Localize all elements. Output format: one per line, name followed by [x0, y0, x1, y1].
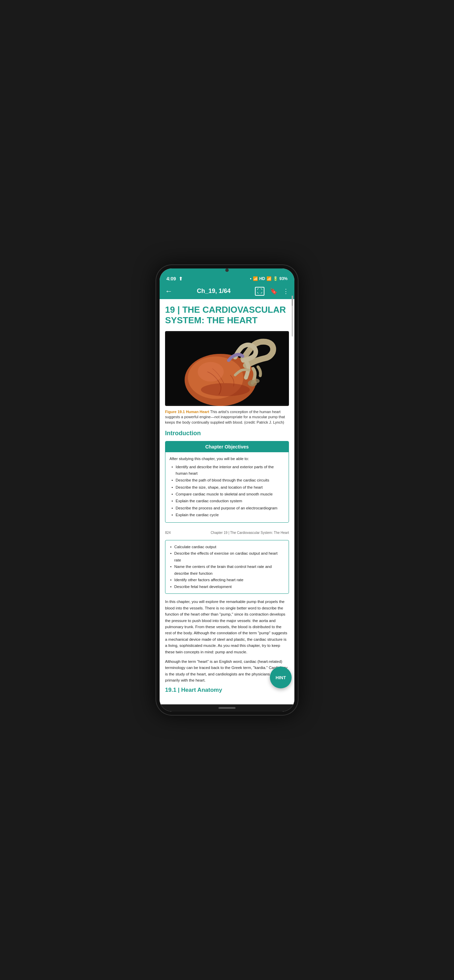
subsection-heading: 19.1 | Heart Anatomy [165, 687, 289, 694]
objective-item-6: Describe the process and purpose of an e… [171, 505, 285, 511]
cont-obj-1: Calculate cardiac output [169, 544, 285, 550]
bookmark-icon[interactable]: 🔖 [270, 288, 277, 295]
page-footer: 824 Chapter 19 | The Cardiovascular Syst… [165, 528, 289, 537]
svg-point-5 [201, 383, 250, 396]
objectives-list: Identify and describe the interior and e… [169, 464, 285, 518]
content-area: 19 | THE CARDIOVASCULAR SYSTEM: THE HEAR… [159, 299, 295, 705]
objective-item-3: Describe the size, shape, and location o… [171, 484, 285, 490]
objectives-content: After studying this chapter, you will be… [166, 452, 288, 522]
hd-label: HD [259, 276, 265, 281]
status-bar: 4:09 ⬆ • 📶 HD 📶 🔋 93% [159, 273, 295, 283]
cont-obj-5: Describe fetal heart development [169, 584, 285, 590]
chapter-title: THE CARDIOVASCULAR SYSTEM: THE HEART [165, 305, 286, 325]
subsection-number: 19.1 [165, 687, 176, 693]
figure-label: Figure 19.1 Human Heart [165, 410, 209, 414]
phone-screen: 4:09 ⬆ • 📶 HD 📶 🔋 93% ← Ch_19, 1/64 ⛶ 🔖 … [159, 269, 295, 712]
signal-icon: 📶 [266, 276, 272, 281]
introduction-heading: Introduction [165, 430, 289, 437]
objective-item-7: Explain the cardiac cycle [171, 512, 285, 518]
objectives-header: Chapter Objectives [166, 441, 288, 452]
svg-point-4 [253, 379, 260, 383]
expand-icon[interactable]: ⛶ [255, 287, 264, 296]
nav-icons: ⛶ 🔖 ⋮ [255, 287, 289, 296]
chapter-divider: | [177, 305, 182, 315]
chapter-heading: 19 | THE CARDIOVASCULAR SYSTEM: THE HEAR… [165, 305, 289, 326]
continuation-box: Calculate cardiac output Describe the ef… [165, 540, 289, 594]
scroll-thumb [292, 296, 293, 306]
figure-caption: Figure 19.1 Human Heart This artist's co… [165, 409, 289, 425]
status-time: 4:09 [166, 276, 176, 282]
nav-title: Ch_19, 1/64 [177, 288, 251, 295]
objective-item-2: Describe the path of blood through the c… [171, 477, 285, 483]
back-button[interactable]: ← [165, 287, 172, 296]
cont-obj-3: Name the centers of the brain that contr… [169, 563, 285, 577]
nav-bar: ← Ch_19, 1/64 ⛶ 🔖 ⋮ [159, 283, 295, 299]
wifi-icon: 📶 [253, 276, 258, 281]
battery-icon: 🔋 [273, 276, 278, 281]
objective-item-4: Compare cardiac muscle to skeletal and s… [171, 491, 285, 497]
menu-icon[interactable]: ⋮ [283, 288, 289, 295]
objective-item-5: Explain the cardiac conduction system [171, 498, 285, 504]
bottom-nav [159, 705, 295, 711]
page-number: 824 [165, 531, 171, 535]
chapter-number: 19 [165, 305, 175, 315]
cont-obj-4: Identify other factors affecting heart r… [169, 577, 285, 584]
camera-dot [225, 269, 229, 272]
status-left: 4:09 ⬆ [166, 276, 183, 282]
body-paragraph-1: In this chapter, you will explore the re… [165, 598, 289, 655]
status-right: • 📶 HD 📶 🔋 93% [250, 276, 288, 281]
continuation-list: Calculate cardiac output Describe the ef… [169, 544, 285, 590]
subsection-title: Heart Anatomy [181, 687, 222, 693]
svg-point-6 [198, 362, 224, 382]
upload-icon: ⬆ [179, 276, 183, 282]
home-indicator[interactable] [218, 707, 236, 709]
cont-obj-2: Describe the effects of exercise on card… [169, 550, 285, 563]
subsection-divider: | [178, 687, 181, 693]
phone-frame: 4:09 ⬆ • 📶 HD 📶 🔋 93% ← Ch_19, 1/64 ⛶ 🔖 … [156, 264, 298, 716]
chapter-footer-label: Chapter 19 | The Cardiovascular System: … [211, 531, 289, 535]
heart-image [165, 331, 289, 406]
dot-indicator: • [250, 276, 251, 281]
objectives-box: Chapter Objectives After studying this c… [165, 441, 289, 523]
objective-item-1: Identify and describe the interior and e… [171, 464, 285, 476]
scroll-indicator[interactable] [292, 296, 293, 337]
battery-percent: 93% [279, 276, 288, 281]
camera-area [159, 269, 295, 273]
objectives-intro: After studying this chapter, you will be… [169, 456, 285, 462]
